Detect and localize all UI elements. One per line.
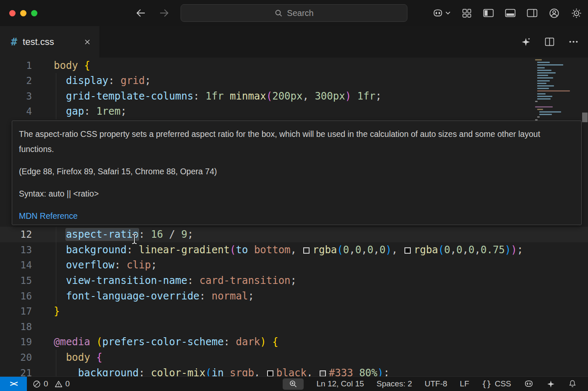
code-line-12[interactable]: 12 aspect-ratio: 16 / 9;	[0, 227, 588, 242]
encoding-indicator[interactable]: UTF-8	[425, 379, 447, 388]
mdn-reference-link[interactable]: MDN Reference	[19, 211, 78, 220]
tooltip-description: The aspect-ratio CSS property sets a pre…	[19, 126, 575, 157]
copilot-status-button[interactable]	[524, 379, 534, 389]
split-editor-icon	[544, 37, 555, 47]
toggle-panel-button[interactable]	[505, 8, 516, 18]
tab-bar: # test.css	[0, 26, 588, 58]
code-line-21[interactable]: 21 background: color-mix(in srgb, black,…	[0, 365, 588, 376]
color-swatch[interactable]	[303, 247, 310, 254]
code-line-3[interactable]: 3 grid-template-columns: 1fr minmax(200p…	[0, 88, 588, 104]
copilot-menu-button[interactable]	[432, 8, 451, 19]
word-highlight: aspect-ratio	[66, 228, 139, 240]
search-placeholder: Search	[287, 8, 313, 18]
notifications-bell-button[interactable]	[568, 379, 577, 388]
account-icon	[549, 8, 560, 19]
copilot-sparkle-button[interactable]	[546, 380, 555, 388]
traffic-lights	[9, 0, 37, 26]
copilot-edit-button[interactable]	[521, 37, 531, 47]
customize-layout-button[interactable]	[462, 8, 472, 18]
editor[interactable]: 1body {2 display: grid;3 grid-template-c…	[0, 58, 588, 376]
line-number: 2	[0, 75, 32, 86]
indentation-indicator[interactable]: Spaces: 2	[377, 379, 412, 388]
code-line-1[interactable]: 1body {	[0, 58, 588, 73]
line-col-indicator[interactable]: Ln 12, Col 15	[316, 379, 364, 388]
code-line-13[interactable]: 13 background: linear-gradient(to bottom…	[0, 242, 588, 257]
search-box[interactable]: Search	[181, 4, 407, 22]
line-number: 14	[0, 260, 32, 270]
gear-icon	[571, 8, 582, 19]
color-swatch[interactable]	[320, 370, 326, 377]
line-number: 13	[0, 244, 32, 255]
code-line-4[interactable]: 4 gap: 1rem;	[0, 104, 588, 119]
scrollbar-thumb[interactable]	[582, 113, 588, 122]
settings-button[interactable]	[571, 8, 582, 19]
error-count: 0	[44, 379, 48, 388]
panel-bottom-icon	[505, 8, 516, 18]
history-nav	[135, 0, 170, 26]
line-number: 4	[0, 106, 32, 117]
tab-test-css[interactable]: # test.css	[0, 26, 100, 58]
panel-right-icon	[527, 8, 538, 18]
line-number: 21	[0, 367, 32, 377]
status-bar: >< 0 0 Ln 12, Col 15 Spaces: 2 UTF-8 LF …	[0, 376, 588, 391]
minimap[interactable]	[535, 59, 582, 129]
vscode-window: Search	[0, 0, 588, 391]
titlebar-actions	[432, 0, 582, 26]
chevron-down-icon	[445, 11, 451, 15]
hover-tooltip: The aspect-ratio CSS property sets a pre…	[12, 121, 582, 225]
color-swatch[interactable]	[404, 247, 411, 254]
code-line-17[interactable]: 17}	[0, 304, 588, 319]
forward-button[interactable]	[159, 8, 170, 18]
code-line-2[interactable]: 2 display: grid;	[0, 73, 588, 89]
line-number: 19	[0, 336, 32, 347]
code-line-19[interactable]: 19@media (prefers-color-scheme: dark) {	[0, 334, 588, 350]
language-indicator[interactable]: {} CSS	[482, 379, 511, 388]
eol-indicator[interactable]: LF	[460, 379, 469, 388]
line-number: 12	[0, 229, 32, 240]
search-icon	[274, 9, 283, 17]
code-line-20[interactable]: 20 body {	[0, 349, 588, 365]
sparkle-icon	[546, 380, 555, 388]
line-number: 15	[0, 275, 32, 286]
layout-grid-icon	[462, 8, 472, 18]
language-label: CSS	[495, 379, 511, 388]
code-line-14[interactable]: 14 overflow: clip;	[0, 257, 588, 273]
back-button[interactable]	[135, 8, 146, 18]
more-actions-button[interactable]	[568, 37, 579, 47]
warning-count: 0	[66, 379, 70, 388]
tooltip-syntax: Syntax: auto || <ratio>	[19, 186, 575, 201]
bell-icon	[568, 379, 577, 388]
color-swatch[interactable]	[267, 370, 273, 377]
editor-actions	[521, 26, 579, 58]
remote-indicator[interactable]: ><	[0, 377, 27, 391]
split-editor-button[interactable]	[544, 37, 555, 47]
code-line-16[interactable]: 16 font-language-override: normal;	[0, 288, 588, 304]
arrow-left-icon	[135, 8, 146, 18]
close-window-button[interactable]	[9, 10, 16, 16]
toggle-secondary-sidebar-button[interactable]	[527, 8, 538, 18]
arrow-right-icon	[159, 8, 170, 18]
magnifier-icon	[289, 380, 297, 388]
zoom-window-button[interactable]	[31, 10, 37, 16]
warning-icon	[55, 380, 63, 388]
titlebar: Search	[0, 0, 588, 26]
zoom-indicator[interactable]	[283, 378, 304, 390]
line-number: 18	[0, 321, 32, 332]
code-line-18[interactable]: 18	[0, 319, 588, 334]
sparkle-icon	[521, 37, 531, 47]
tab-close-button[interactable]	[81, 36, 94, 48]
indent-guide	[56, 349, 56, 376]
line-number: 20	[0, 352, 32, 363]
indent-guide	[56, 227, 56, 304]
copilot-icon	[524, 379, 534, 389]
tooltip-browser-support: (Edge 88, Firefox 89, Safari 15, Chrome …	[19, 164, 575, 179]
code-line-15[interactable]: 15 view-transition-name: card-transition…	[0, 273, 588, 288]
account-button[interactable]	[549, 8, 560, 19]
ellipsis-icon	[568, 37, 579, 47]
toggle-primary-sidebar-button[interactable]	[483, 8, 494, 18]
minimize-window-button[interactable]	[20, 10, 26, 16]
status-right: Ln 12, Col 15 Spaces: 2 UTF-8 LF {} CSS	[283, 377, 588, 391]
panel-left-icon	[483, 8, 494, 18]
close-icon	[84, 38, 91, 46]
problems-button[interactable]: 0 0	[33, 379, 73, 388]
